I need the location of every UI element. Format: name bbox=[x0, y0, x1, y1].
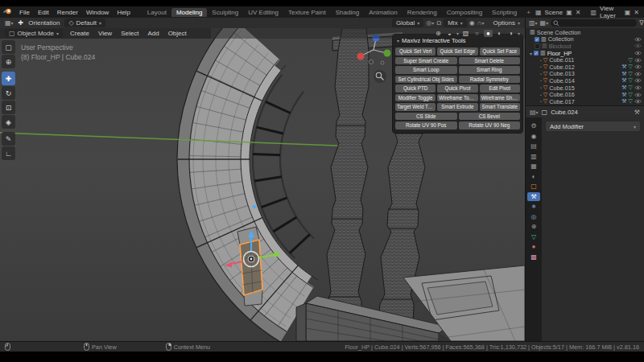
tab-object-data[interactable]: ▽ bbox=[527, 232, 540, 241]
tab-object[interactable]: ▢ bbox=[527, 182, 540, 191]
blockout-checkbox[interactable] bbox=[535, 43, 540, 49]
tab-texture-paint[interactable]: Texture Paint bbox=[283, 8, 331, 17]
rotate-uv-pos-button[interactable]: Rotate UV 90 Pos bbox=[395, 121, 457, 130]
add-workspace-button[interactable]: + bbox=[522, 8, 535, 17]
editor-type-icon[interactable]: ▤▾ bbox=[530, 109, 539, 116]
transform-tool[interactable]: ◈ bbox=[2, 115, 15, 129]
radial-symmetry-button[interactable]: Radial Symmetry bbox=[459, 76, 521, 84]
tab-texture[interactable]: ▩ bbox=[527, 253, 540, 261]
cs-slide-button[interactable]: CS Slide bbox=[395, 113, 457, 121]
scale-tool[interactable]: ⊡ bbox=[2, 101, 15, 114]
eye-icon[interactable] bbox=[634, 43, 642, 48]
tab-layout[interactable]: Layout bbox=[142, 8, 171, 17]
quick-set-edge-button[interactable]: Quick Set Edge bbox=[437, 47, 477, 56]
floor-hp-checkbox[interactable]: ✓ bbox=[534, 51, 539, 56]
quick-ptd-button[interactable]: Quick PTD bbox=[395, 84, 436, 93]
collection-checkbox[interactable]: ✓ bbox=[535, 37, 539, 42]
collapse-triangle-icon[interactable]: ▾ bbox=[397, 38, 399, 43]
editor-type-icon[interactable]: ▦▾ bbox=[5, 19, 14, 27]
menu-add[interactable]: Add bbox=[146, 30, 160, 37]
eye-icon[interactable] bbox=[634, 72, 642, 76]
tab-world[interactable]: ◐ bbox=[527, 172, 540, 181]
new-view-layer-icon[interactable]: ▣ bbox=[625, 9, 631, 16]
menu-create[interactable]: Create bbox=[68, 30, 91, 37]
menu-help[interactable]: Help bbox=[113, 9, 134, 16]
smart-delete-button[interactable]: Smart Delete bbox=[459, 57, 521, 65]
eye-icon[interactable] bbox=[634, 51, 642, 56]
quick-pivot-button[interactable]: Quick Pivot bbox=[437, 84, 477, 93]
display-mode-icon[interactable]: ▦▾ bbox=[540, 19, 549, 27]
tab-modeling[interactable]: Modeling bbox=[171, 8, 207, 17]
outliner-row-cube016[interactable]: • ▽ Cube.016 ⚒ ▽ bbox=[526, 91, 644, 98]
quick-set-face-button[interactable]: Quick Set Face bbox=[480, 47, 520, 56]
tab-particles[interactable]: ∗ bbox=[527, 202, 540, 211]
menu-select[interactable]: Select bbox=[119, 30, 140, 37]
outliner-row-floor-hp[interactable]: ▾ ✓ ▥ Floor_HP bbox=[526, 50, 644, 57]
outliner-row-cube013[interactable]: • ▽ Cube.013 ⚒ ▽ bbox=[526, 71, 644, 78]
outliner-search-input[interactable] bbox=[551, 19, 637, 27]
scene-selector[interactable]: Scene bbox=[544, 9, 563, 16]
outliner-row-cube017[interactable]: • ▽ Cube.017 ⚒ ▽ bbox=[526, 98, 644, 105]
smart-translate-button[interactable]: Smart Translate bbox=[480, 103, 520, 111]
menu-render[interactable]: Render bbox=[53, 9, 82, 16]
eye-icon[interactable] bbox=[634, 64, 642, 69]
add-modifier-button[interactable]: Add Modifier ▾ bbox=[545, 121, 641, 132]
menu-file[interactable]: File bbox=[15, 9, 34, 16]
axis-y-ball[interactable] bbox=[384, 50, 391, 57]
remove-view-layer-icon[interactable]: ✕ bbox=[634, 9, 639, 16]
tab-render[interactable]: ◉ bbox=[527, 132, 540, 141]
tab-tool[interactable]: ⚙ bbox=[527, 121, 540, 130]
active-tool-move-icon[interactable]: ✚ bbox=[19, 19, 24, 27]
quick-set-vert-button[interactable]: Quick Set Vert bbox=[395, 47, 436, 56]
outliner-row-cube012[interactable]: • ▽ Cube.012 ⚒ ▽ bbox=[526, 64, 644, 71]
eye-icon[interactable] bbox=[634, 85, 642, 90]
outliner-row-cube014[interactable]: • ▽ Cube.014 ⚒ ▽ bbox=[526, 77, 644, 84]
tab-shading[interactable]: Shading bbox=[331, 8, 364, 17]
tab-scene[interactable]: ▦ bbox=[527, 162, 540, 171]
new-scene-icon[interactable]: ▣ bbox=[566, 9, 572, 16]
menu-window[interactable]: Window bbox=[82, 9, 113, 16]
outliner-row-collection[interactable]: ✓ ▥ Collection bbox=[526, 36, 644, 43]
move-tool[interactable]: ✚ bbox=[2, 72, 15, 85]
proportional-falloff-icon[interactable]: ∩▾ bbox=[477, 19, 485, 27]
unlink-scene-icon[interactable]: ✕ bbox=[576, 9, 581, 16]
snap-mode-dropdown[interactable]: Mix ▾ bbox=[444, 19, 466, 27]
annotate-tool[interactable]: ✎ bbox=[2, 132, 15, 146]
outliner-row-blockout[interactable]: ▥ Blockout bbox=[526, 43, 644, 50]
select-box-tool[interactable]: ▢ bbox=[2, 40, 15, 54]
super-smart-create-button[interactable]: Super Smart Create bbox=[395, 57, 457, 65]
smart-extrude-button[interactable]: Smart Extrude bbox=[437, 103, 477, 111]
overlays-icon[interactable]: ◒ bbox=[445, 30, 454, 37]
tab-output[interactable]: ▤ bbox=[527, 142, 540, 150]
pivot-point-icon[interactable]: ◎▾ bbox=[426, 19, 434, 27]
tab-compositing[interactable]: Compositing bbox=[442, 8, 487, 17]
cursor-tool[interactable]: ⊕ bbox=[2, 55, 15, 68]
tab-constraints[interactable]: ⊕ bbox=[527, 222, 540, 231]
shading-rendered-icon[interactable]: ◑ bbox=[506, 30, 515, 37]
snap-magnet-icon[interactable]: Ω bbox=[436, 19, 441, 27]
eye-icon[interactable] bbox=[634, 99, 642, 104]
eye-icon[interactable] bbox=[634, 37, 642, 42]
smart-loop-button[interactable]: Smart Loop bbox=[395, 66, 457, 74]
expand-triangle-icon[interactable]: ▾ bbox=[530, 51, 532, 56]
proportional-edit-icon[interactable]: ◉ bbox=[469, 19, 475, 27]
set-cylindrical-sides-button[interactable]: Set Cylindrical Obj Sides bbox=[395, 76, 457, 84]
options-dropdown[interactable]: Options bbox=[493, 19, 515, 27]
tab-sculpting[interactable]: Sculpting bbox=[207, 8, 243, 17]
smart-ring-button[interactable]: Smart Ring bbox=[459, 66, 521, 74]
orientation-dropdown[interactable]: ◇ Default ▾ bbox=[64, 19, 105, 27]
shading-material-icon[interactable]: ◐ bbox=[495, 30, 504, 37]
show-gizmo-icon[interactable]: ⊕ bbox=[434, 30, 443, 37]
modifier-toggle-button[interactable]: Modifier Toggle bbox=[395, 94, 436, 102]
view-layer-selector[interactable]: View Layer bbox=[600, 5, 621, 19]
xray-toggle-icon[interactable]: ▧ bbox=[461, 30, 470, 37]
rotate-uv-neg-button[interactable]: Rotate UV 90 Neg bbox=[459, 121, 521, 130]
wireframe-toggle-button[interactable]: Wireframe Toggle bbox=[437, 94, 477, 102]
edit-pivot-button[interactable]: Edit Pivot bbox=[480, 84, 520, 93]
measure-tool[interactable]: ∟ bbox=[2, 146, 15, 160]
transform-orientation-dropdown[interactable]: Global ▾ bbox=[392, 19, 423, 27]
tab-scripting[interactable]: Scripting bbox=[487, 8, 522, 17]
eye-icon[interactable] bbox=[634, 78, 642, 83]
axis-x-ball[interactable] bbox=[357, 53, 365, 60]
menu-object[interactable]: Object bbox=[167, 30, 188, 37]
